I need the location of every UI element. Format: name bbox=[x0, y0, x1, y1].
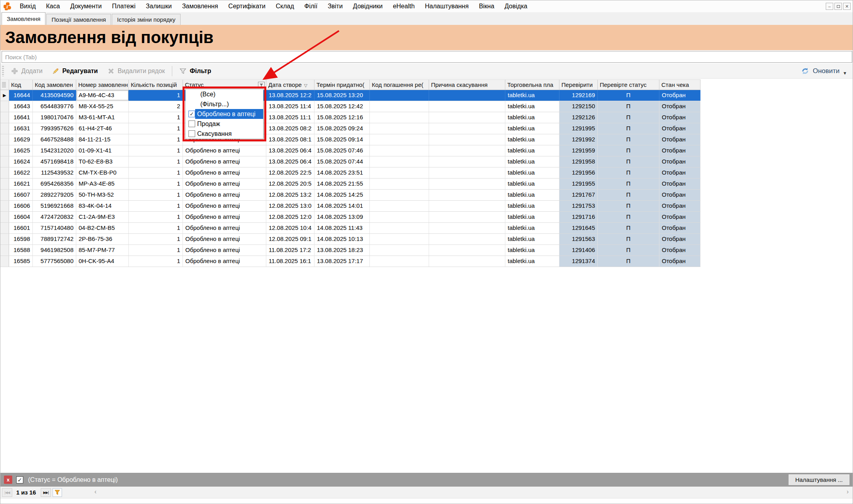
edit-button[interactable]: Редагувати bbox=[47, 64, 103, 78]
table-cell[interactable] bbox=[429, 90, 505, 101]
table-row[interactable]: 16629646752848884-11-21-151Оброблено в а… bbox=[0, 134, 700, 145]
table-cell[interactable]: Оброблено в аптеці bbox=[183, 223, 266, 233]
table-cell[interactable]: 1 bbox=[129, 245, 183, 256]
table-cell[interactable] bbox=[370, 167, 429, 178]
table-cell[interactable]: Оброблено в аптеці bbox=[183, 212, 266, 222]
table-cell[interactable] bbox=[370, 90, 429, 101]
filter-popup-item[interactable]: Продаж bbox=[186, 119, 263, 129]
table-cell[interactable] bbox=[370, 223, 429, 233]
column-header[interactable]: Код bbox=[9, 80, 33, 90]
column-header[interactable]: Стан чека bbox=[659, 80, 700, 90]
table-cell[interactable]: 1 bbox=[129, 256, 183, 267]
menu-item[interactable]: eHealth bbox=[388, 0, 420, 12]
table-cell[interactable]: tabletki.ua bbox=[505, 134, 559, 145]
table-cell[interactable]: Отобран bbox=[659, 156, 700, 167]
table-cell[interactable]: 1 bbox=[129, 190, 183, 200]
table-cell[interactable]: 1291958 bbox=[559, 156, 598, 167]
table-cell[interactable]: П bbox=[598, 90, 659, 101]
table-cell[interactable]: 1542312020 bbox=[33, 145, 76, 156]
column-header[interactable]: Кількість позицій bbox=[129, 80, 183, 90]
hscroll-right-arrow[interactable]: › bbox=[847, 488, 849, 495]
table-cell[interactable]: 16624 bbox=[9, 156, 33, 167]
table-cell[interactable]: 15.08.2025 09:24 bbox=[314, 123, 370, 134]
table-cell[interactable]: 13.08.2025 11:4 bbox=[266, 101, 314, 112]
table-cell[interactable]: 1291716 bbox=[559, 212, 598, 222]
table-row[interactable]: 166216954268356MP-A3-4E-851Оброблено в а… bbox=[0, 179, 700, 190]
table-cell[interactable]: Отобран bbox=[659, 223, 700, 233]
refresh-dropdown-caret[interactable]: ▼ bbox=[843, 71, 847, 75]
table-cell[interactable]: Отобран bbox=[659, 245, 700, 256]
table-cell[interactable] bbox=[370, 134, 429, 145]
table-cell[interactable] bbox=[429, 212, 505, 222]
table-cell[interactable]: 12.08.2025 09:1 bbox=[266, 234, 314, 244]
menu-item[interactable]: Замовлення bbox=[177, 0, 223, 12]
table-cell[interactable]: П bbox=[598, 201, 659, 211]
table-cell[interactable]: 16588 bbox=[9, 245, 33, 256]
table-cell[interactable]: 1125439532 bbox=[33, 167, 76, 178]
table-cell[interactable]: 6954268356 bbox=[33, 179, 76, 189]
table-cell[interactable]: 13.08.2025 18:23 bbox=[314, 245, 370, 256]
table-cell[interactable] bbox=[370, 245, 429, 256]
table-cell[interactable]: 1291995 bbox=[559, 123, 598, 134]
table-cell[interactable]: 13.08.2025 12:2 bbox=[266, 90, 314, 101]
table-cell[interactable]: П bbox=[598, 145, 659, 156]
table-cell[interactable]: Отобран bbox=[659, 145, 700, 156]
table-cell[interactable]: T0-62-E8-B3 bbox=[76, 156, 129, 167]
table-cell[interactable]: 1292169 bbox=[559, 90, 598, 101]
close-button[interactable]: ✕ bbox=[843, 3, 851, 10]
table-cell[interactable]: 16606 bbox=[9, 201, 33, 211]
table-cell[interactable] bbox=[429, 234, 505, 244]
table-cell[interactable]: 7157140480 bbox=[33, 223, 76, 233]
delete-row-button[interactable]: Видалити рядок bbox=[103, 64, 169, 78]
table-cell[interactable] bbox=[370, 156, 429, 167]
table-cell[interactable] bbox=[370, 123, 429, 134]
table-cell[interactable]: 5196921668 bbox=[33, 201, 76, 211]
table-cell[interactable]: 1292126 bbox=[559, 112, 598, 123]
menu-item[interactable]: Довідка bbox=[499, 0, 533, 12]
table-cell[interactable]: tabletki.ua bbox=[505, 156, 559, 167]
table-cell[interactable]: 12.08.2025 13:2 bbox=[266, 190, 314, 200]
table-cell[interactable]: 1 bbox=[129, 167, 183, 178]
filter-popup-item[interactable]: (Фільтр...) bbox=[186, 99, 263, 109]
table-cell[interactable]: Оброблено в аптеці bbox=[183, 245, 266, 256]
table-cell[interactable]: tabletki.ua bbox=[505, 167, 559, 178]
table-cell[interactable]: 12.08.2025 20:5 bbox=[266, 179, 314, 189]
table-cell[interactable]: Отобран bbox=[659, 190, 700, 200]
table-cell[interactable]: 14.08.2025 21:55 bbox=[314, 179, 370, 189]
tab[interactable]: Замовлення bbox=[2, 12, 45, 25]
menu-item[interactable]: Залишки bbox=[141, 0, 177, 12]
table-cell[interactable]: 9461982508 bbox=[33, 245, 76, 256]
table-cell[interactable]: П bbox=[598, 101, 659, 112]
toolbar-grip[interactable] bbox=[2, 66, 4, 76]
table-cell[interactable]: 14.08.2025 23:51 bbox=[314, 167, 370, 178]
column-header[interactable]: Перевірте статус bbox=[598, 80, 659, 90]
table-cell[interactable]: 84-11-21-15 bbox=[76, 134, 129, 145]
tab[interactable]: Історія зміни порядку bbox=[112, 14, 181, 25]
column-header[interactable]: Перевірити bbox=[559, 80, 598, 90]
table-cell[interactable]: 1291753 bbox=[559, 201, 598, 211]
table-cell[interactable]: 1 bbox=[129, 90, 183, 101]
table-cell[interactable] bbox=[429, 123, 505, 134]
tab[interactable]: Позиції замовлення bbox=[46, 14, 111, 25]
sort-icon[interactable]: ▽ bbox=[304, 83, 307, 88]
table-cell[interactable]: Отобран bbox=[659, 201, 700, 211]
menu-item[interactable]: Каса bbox=[41, 0, 65, 12]
menu-item[interactable]: Філії bbox=[299, 0, 322, 12]
table-cell[interactable]: Отобран bbox=[659, 112, 700, 123]
table-cell[interactable] bbox=[429, 223, 505, 233]
table-cell[interactable] bbox=[370, 179, 429, 189]
table-cell[interactable]: 15.08.2025 09:14 bbox=[314, 134, 370, 145]
table-cell[interactable]: 1291959 bbox=[559, 145, 598, 156]
table-cell[interactable]: 16644 bbox=[9, 90, 33, 101]
table-cell[interactable]: 85-M7-PM-77 bbox=[76, 245, 129, 256]
table-cell[interactable]: П bbox=[598, 156, 659, 167]
column-header[interactable]: Торговельна пла bbox=[505, 80, 559, 90]
column-header[interactable]: Код замовлен bbox=[33, 80, 76, 90]
table-cell[interactable] bbox=[429, 190, 505, 200]
table-cell[interactable]: 1291645 bbox=[559, 223, 598, 233]
table-cell[interactable]: 01-09-X1-41 bbox=[76, 145, 129, 156]
table-cell[interactable] bbox=[429, 112, 505, 123]
table-row[interactable]: 166044724720832C1-2A-9M-E31Оброблено в а… bbox=[0, 212, 700, 223]
table-cell[interactable]: 16604 bbox=[9, 212, 33, 222]
table-cell[interactable]: Отобран bbox=[659, 123, 700, 134]
